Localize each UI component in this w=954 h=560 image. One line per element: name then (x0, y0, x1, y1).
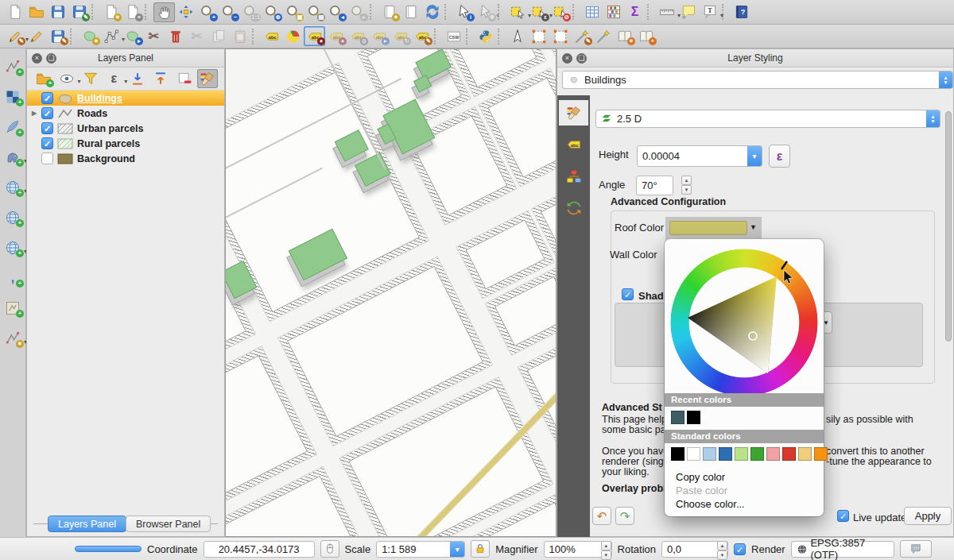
paste-features-button[interactable] (229, 26, 250, 46)
layer-row-background[interactable]: Background (27, 151, 224, 166)
select-features-button[interactable]: ▾ (506, 2, 528, 22)
copy-features-button[interactable] (207, 26, 229, 46)
add-raster-layer-button[interactable]: + (2, 87, 24, 107)
zoom-to-layer-button[interactable]: ▤ (304, 2, 325, 22)
save-project-button[interactable] (47, 2, 68, 22)
cut-features-button[interactable]: ✂ (186, 26, 207, 46)
new-print-composer-button[interactable]: ✶ (100, 2, 122, 22)
layer-visibility-checkbox[interactable]: ✓ (41, 137, 53, 149)
filter-legend-expression-button[interactable]: ε▾ (103, 69, 124, 88)
styling-scrollbar[interactable] (945, 111, 952, 342)
chevron-down-icon[interactable]: ▾ (450, 542, 464, 557)
zoom-native-button[interactable]: 1:1 (239, 2, 261, 22)
styling-tab-history[interactable] (559, 195, 588, 221)
current-edits-button[interactable]: ✎▾ (4, 26, 25, 46)
mouse-extent-toggle-button[interactable] (320, 540, 339, 558)
float-panel-icon[interactable]: ❏ (46, 53, 56, 64)
angle-stepper[interactable]: ▲▼ (681, 176, 692, 195)
split-features-button[interactable]: ✂ (143, 26, 165, 46)
pin-unpin-labels-button[interactable]: ● (325, 26, 347, 46)
layer-diagram-button[interactable] (282, 26, 304, 46)
zoom-to-selection-button[interactable]: ▣ (282, 2, 304, 22)
csw-button[interactable] (443, 26, 464, 46)
remove-layer-button[interactable] (174, 69, 195, 88)
zoom-in-button[interactable]: + (196, 2, 218, 22)
standard-color-swatch[interactable] (814, 447, 828, 461)
layer-select-combo[interactable]: Buildings ▲▼ (562, 71, 953, 89)
expand-layer-icon[interactable]: ▶ (32, 110, 41, 117)
collapse-all-button[interactable] (150, 69, 171, 88)
magnifier-stepper[interactable]: ▲▼ (601, 541, 611, 558)
angle-input[interactable]: 70° (636, 176, 673, 195)
standard-color-swatch[interactable] (671, 447, 684, 461)
undo-style-button[interactable]: ↶ (592, 507, 611, 525)
standard-color-swatch[interactable] (687, 447, 700, 461)
text-annotation-button[interactable]: ▾ (699, 2, 720, 22)
coordinate-input[interactable]: 20.4457,-34.0173 (204, 541, 315, 558)
map-canvas[interactable] (225, 48, 556, 537)
deselect-all-button[interactable]: ⊘ (549, 2, 571, 22)
map-tips-button[interactable] (677, 2, 699, 22)
scale-combo[interactable]: 1:1 589 ▾ (376, 541, 465, 558)
show-statistics-button[interactable]: Σ (624, 2, 646, 22)
new-shapefile-layer-button[interactable]: + (2, 298, 24, 319)
move-feature-button[interactable]: ▸ (122, 26, 143, 46)
apply-style-wand-button[interactable] (592, 26, 614, 46)
zoom-out-button[interactable]: − (218, 2, 239, 22)
new-project-button[interactable] (4, 2, 25, 22)
composer-manager-button[interactable]: ≡ (122, 2, 143, 22)
style-manager-button[interactable]: ✶ (614, 26, 635, 46)
open-styling-panel-button[interactable] (197, 69, 218, 88)
renderer-combo[interactable]: 2.5 D ▲▼ (595, 110, 940, 128)
rotate-label-button[interactable]: ↻ (390, 26, 411, 46)
new-memory-layer-button[interactable]: ✶▾ (2, 328, 24, 349)
annotation-arrow-button[interactable] (506, 26, 528, 46)
pan-to-selection-button[interactable] (175, 2, 196, 22)
layer-row-roads[interactable]: ▶✓Roads (27, 106, 224, 121)
layer-row-buildings[interactable]: ✓Buildings (27, 91, 224, 106)
layer-visibility-checkbox[interactable]: ✓ (41, 107, 53, 119)
styling-tab-symbology[interactable] (559, 100, 588, 126)
layer-visibility-checkbox[interactable]: ✓ (41, 92, 53, 104)
tab-browser-panel[interactable]: Browser Panel (126, 516, 211, 532)
messages-button[interactable] (900, 540, 932, 558)
saturation-value-triangle[interactable] (670, 249, 818, 396)
standard-color-swatch[interactable] (750, 447, 764, 461)
close-panel-icon[interactable]: × (562, 53, 572, 64)
styling-tab-labels[interactable] (559, 132, 588, 157)
save-project-as-button[interactable]: ✎ (68, 2, 90, 22)
standard-color-swatch[interactable] (703, 447, 716, 461)
menu-item-copy-color[interactable]: Copy color (676, 471, 725, 483)
open-project-button[interactable] (25, 2, 47, 22)
standard-color-swatch[interactable] (782, 447, 796, 461)
recent-color-swatch[interactable] (687, 411, 700, 424)
standard-color-swatch[interactable] (766, 447, 780, 461)
node-tool-button[interactable]: ▾ (100, 26, 122, 46)
render-checkbox[interactable]: ✓ (734, 543, 746, 555)
menu-item-choose-color[interactable]: Choose color... (676, 498, 745, 510)
add-feature-button[interactable]: ✶ (79, 26, 100, 46)
refresh-map-button[interactable] (421, 2, 443, 22)
shadow-checkbox[interactable]: ✓ (622, 288, 634, 300)
zoom-last-button[interactable]: ◂ (325, 2, 347, 22)
copy-style-wand-button[interactable]: ✎ (571, 26, 592, 46)
expand-all-button[interactable] (127, 69, 148, 88)
crs-status-button[interactable]: EPSG:3857 (OTF) (791, 541, 894, 558)
zoom-full-button[interactable]: ⊕ (261, 2, 282, 22)
manage-layer-visibility-button[interactable]: ▾ (56, 69, 77, 88)
live-update-checkbox[interactable]: ✓ (837, 510, 849, 522)
apply-button[interactable]: Apply (904, 507, 952, 525)
open-attribute-table-button[interactable] (581, 2, 603, 22)
layer-visibility-checkbox[interactable]: ✓ (41, 122, 53, 134)
add-postgis-layer-button[interactable]: +▾ (2, 147, 24, 168)
float-panel-icon[interactable]: ❏ (576, 53, 587, 64)
add-spatialite-layer-button[interactable]: + (2, 117, 24, 137)
height-dropdown-icon[interactable]: ▾ (747, 146, 762, 166)
close-panel-icon[interactable]: × (32, 53, 42, 64)
add-wms-layer-button[interactable]: + (2, 207, 24, 228)
python-console-button[interactable] (475, 26, 496, 46)
standard-color-swatch[interactable] (735, 447, 748, 461)
combo-spinner-icon[interactable]: ▲▼ (926, 110, 940, 127)
combo-spinner-icon[interactable]: ▲▼ (939, 71, 952, 88)
change-label-button[interactable]: ✎ (411, 26, 432, 46)
